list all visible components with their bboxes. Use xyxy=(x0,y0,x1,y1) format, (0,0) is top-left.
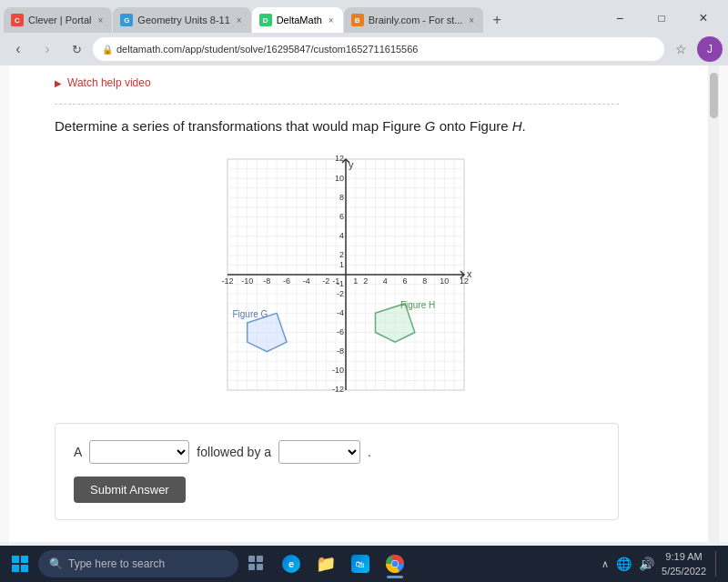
svg-rect-5 xyxy=(257,556,263,562)
url-bar[interactable]: 🔒 deltamath.com/app/student/solve/162958… xyxy=(93,37,664,61)
answer-row: A reflection rotation translation dilati… xyxy=(74,440,600,464)
period-text: . xyxy=(368,445,371,459)
task-view-button[interactable] xyxy=(240,547,273,580)
url-lock-icon: 🔒 xyxy=(102,45,113,55)
question-text: Determine a series of transformations th… xyxy=(55,115,619,137)
clock-time: 9:19 AM xyxy=(662,549,706,565)
answer-section: A reflection rotation translation dilati… xyxy=(55,423,619,520)
terms-of-service-link[interactable]: Terms of Service xyxy=(339,541,413,542)
first-transformation-select[interactable]: reflection rotation translation dilation xyxy=(89,440,189,464)
svg-rect-6 xyxy=(248,564,255,570)
tab-clever-label: Clever | Portal xyxy=(28,15,92,25)
bookmark-button[interactable]: ☆ xyxy=(668,36,693,62)
url-text: deltamath.com/app/student/solve/16295847… xyxy=(116,44,418,55)
taskbar-search-label: Type here to search xyxy=(68,557,165,570)
file-explorer-icon: 📁 xyxy=(316,554,336,574)
tab-deltamath[interactable]: D DeltaMath × xyxy=(252,7,343,33)
graph-container xyxy=(55,150,619,405)
footer-separator: · xyxy=(329,541,332,542)
answer-prefix: A xyxy=(74,445,82,459)
play-icon: ▶ xyxy=(55,78,62,88)
taskbar-clock[interactable]: 9:19 AM 5/25/2022 xyxy=(662,549,706,579)
task-view-icon xyxy=(248,556,265,572)
tab-geometry-label: Geometry Units 8-11 xyxy=(137,15,229,25)
privacy-policy-link[interactable]: Privacy Policy xyxy=(260,541,322,542)
second-transformation-select[interactable]: reflection rotation translation dilation xyxy=(278,440,360,464)
watch-video-link[interactable]: ▶ Watch help video xyxy=(55,73,619,93)
page-footer: × Privacy Policy · Terms of Service Copy… xyxy=(55,535,619,542)
minimize-button[interactable]: − xyxy=(599,4,641,33)
forward-button[interactable]: › xyxy=(35,36,60,62)
tab-brainly[interactable]: B Brainly.com - For st... × xyxy=(344,7,484,33)
taskbar-right: ∧ 🌐 🔊 9:19 AM 5/25/2022 xyxy=(602,549,724,579)
start-button[interactable] xyxy=(4,547,36,580)
address-bar: ‹ › ↻ 🔒 deltamath.com/app/student/solve/… xyxy=(0,33,728,65)
taskbar-file-explorer[interactable]: 📁 xyxy=(309,547,342,580)
figure-g-ref: G xyxy=(425,118,436,134)
svg-rect-7 xyxy=(257,564,263,570)
tab-clever[interactable]: C Clever | Portal × xyxy=(4,7,112,33)
tab-clever-close[interactable]: × xyxy=(96,15,106,25)
systray-up-arrow[interactable]: ∧ xyxy=(602,558,609,570)
tab-brainly-label: Brainly.com - For st... xyxy=(369,15,463,25)
svg-rect-3 xyxy=(21,565,28,572)
profile-button[interactable]: J xyxy=(697,36,723,62)
taskbar: 🔍 Type here to search e 📁 🛍 xyxy=(0,546,728,582)
reload-button[interactable]: ↻ xyxy=(64,36,89,62)
maximize-button[interactable]: □ xyxy=(641,4,682,33)
network-icon[interactable]: 🌐 xyxy=(616,557,632,571)
svg-rect-4 xyxy=(248,556,255,562)
taskbar-search[interactable]: 🔍 Type here to search xyxy=(38,550,238,577)
taskbar-store[interactable]: 🛍 xyxy=(344,547,377,580)
svg-rect-2 xyxy=(12,565,19,572)
clock-date: 5/25/2022 xyxy=(662,564,706,579)
tab-deltamath-label: DeltaMath xyxy=(277,15,322,25)
followed-by-text: followed by a xyxy=(197,445,271,459)
scrollbar[interactable] xyxy=(708,65,719,542)
chrome-icon xyxy=(386,555,404,573)
divider xyxy=(55,104,619,105)
tab-geometry-close[interactable]: × xyxy=(235,15,244,25)
svg-point-11 xyxy=(392,561,399,567)
show-desktop-button[interactable] xyxy=(715,551,719,577)
close-footer-x[interactable]: × xyxy=(608,535,615,542)
page-content: ▶ Watch help video Determine a series of… xyxy=(0,65,728,542)
taskbar-search-icon: 🔍 xyxy=(49,557,63,570)
tab-geometry[interactable]: G Geometry Units 8-11 × xyxy=(113,7,250,33)
figure-h-ref: H xyxy=(512,118,522,134)
tab-bar: C Clever | Portal × G Geometry Units 8-1… xyxy=(0,0,728,33)
new-tab-button[interactable]: + xyxy=(484,7,510,33)
submit-answer-button[interactable]: Submit Answer xyxy=(74,477,186,503)
close-window-button[interactable]: × xyxy=(682,4,724,33)
tab-brainly-close[interactable]: × xyxy=(467,15,476,25)
browser-window: C Clever | Portal × G Geometry Units 8-1… xyxy=(0,0,728,542)
svg-rect-1 xyxy=(21,556,28,563)
windows-logo-icon xyxy=(12,556,28,572)
svg-rect-0 xyxy=(12,556,19,563)
coordinate-graph xyxy=(200,150,473,405)
window-controls: − □ × xyxy=(599,4,724,33)
watch-video-label: Watch help video xyxy=(67,76,151,89)
taskbar-edge[interactable]: e xyxy=(275,547,308,580)
graph-canvas xyxy=(200,150,473,405)
taskbar-chrome[interactable] xyxy=(379,547,411,580)
back-button[interactable]: ‹ xyxy=(5,36,31,62)
tab-deltamath-close[interactable]: × xyxy=(327,15,336,25)
speaker-icon[interactable]: 🔊 xyxy=(639,557,654,571)
